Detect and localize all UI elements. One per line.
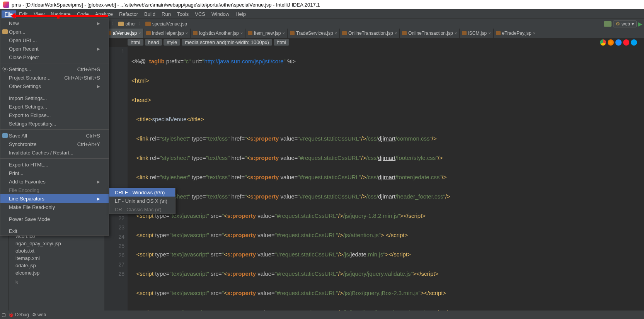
gear-icon [2, 67, 8, 71]
menu-window[interactable]: Window [208, 10, 232, 18]
submenu-item-crlf[interactable]: CRLF - Windows (\r\n) [109, 188, 175, 197]
crumb-other[interactable]: other [125, 21, 136, 27]
menu-item-other-settings[interactable]: Other Settings▶ [0, 82, 109, 90]
jsp-icon [193, 31, 198, 35]
menu-help[interactable]: Help [232, 10, 249, 18]
save-icon [2, 133, 8, 138]
jsp-icon [462, 31, 467, 35]
menu-item-export-settings[interactable]: Export Settings... [0, 102, 109, 111]
browser-preview-icons[interactable] [600, 39, 637, 46]
opera-icon[interactable] [623, 39, 629, 46]
menu-vcs[interactable]: VCS [192, 10, 208, 18]
tab-iscm[interactable]: iSCM.jsp× [460, 29, 493, 38]
crumb-file[interactable]: specialVenue.jsp [152, 21, 187, 27]
toolbar-icon[interactable] [604, 21, 612, 27]
menu-item-export-eclipse[interactable]: Export to Eclipse... [0, 111, 109, 119]
menu-item-open-url[interactable]: Open URL... [0, 36, 109, 44]
menu-build[interactable]: Build [141, 10, 158, 18]
crumb-html2[interactable]: html [274, 39, 290, 46]
crumb-style[interactable]: style [164, 39, 180, 46]
menu-separator [0, 63, 109, 63]
status-bar[interactable]: ▢ 🐞 Debug ⚙ web [0, 311, 644, 319]
menu-item-export-html[interactable]: Export to HTML... [0, 160, 109, 169]
close-icon[interactable]: × [395, 31, 397, 36]
menu-separator [0, 129, 109, 130]
menu-item-settings[interactable]: Settings...Ctrl+Alt+S [0, 65, 109, 73]
chrome-icon[interactable] [600, 39, 606, 46]
close-icon[interactable]: × [335, 31, 337, 36]
menu-item-make-readonly[interactable]: Make File Read-only [0, 203, 109, 211]
annotation-arrow-horizontal [12, 15, 108, 17]
editor-breadcrumbs[interactable]: html head style media screen and(min-wid… [104, 38, 644, 47]
shortcut-label: Ctrl+Alt+S [77, 66, 100, 72]
crumb-head[interactable]: head [145, 39, 162, 46]
menu-item-new[interactable]: New▶ [0, 19, 109, 27]
tab-specialvenue[interactable]: alVenue.jsp× [104, 29, 144, 38]
firefox-icon[interactable] [608, 39, 614, 46]
file-item[interactable]: itemap.xml [9, 255, 104, 262]
code-content[interactable]: <%@ taglib prefix="c" uri="http://java.s… [128, 47, 644, 311]
tab-onlinetransaction2[interactable]: OnlineTransaction.jsp× [400, 29, 460, 38]
safari-icon[interactable] [615, 39, 622, 46]
debug-toolwindow-button[interactable]: 🐞 Debug [8, 312, 29, 317]
tab-indexhelper[interactable]: indexHelper.jsp× [144, 29, 191, 38]
close-icon[interactable]: × [488, 31, 491, 36]
crumb-media[interactable]: media screen and(min-width: 1000px) [182, 39, 272, 46]
tomcat-icon: ⚙ [616, 21, 620, 27]
file-item[interactable]: ngan_epay_xieyi.jsp [9, 240, 104, 247]
menu-item-import-settings[interactable]: Import Settings... [0, 94, 109, 102]
menu-separator [0, 225, 109, 225]
file-item[interactable]: obots.txt [9, 247, 104, 255]
menu-item-file-encoding: File Encoding [0, 186, 109, 194]
crumb-html[interactable]: html [128, 39, 143, 46]
menu-item-project-structure[interactable]: Project Structure...Ctrl+Alt+Shift+S [0, 73, 109, 82]
menu-item-invalidate-caches[interactable]: Invalidate Caches / Restart... [0, 148, 109, 157]
menu-refactor[interactable]: Refactor [116, 10, 141, 18]
menu-item-power-save[interactable]: Power Save Mode [0, 215, 109, 223]
editor-tabs[interactable]: alVenue.jsp× indexHelper.jsp× logisticsA… [104, 29, 644, 38]
close-icon[interactable]: × [138, 31, 141, 36]
tab-itemnew[interactable]: item_new.jsp× [245, 29, 288, 38]
menu-item-open-recent[interactable]: Open Recent▶ [0, 44, 109, 53]
web-toolwindow-button[interactable]: ⚙ web [32, 312, 46, 317]
menu-item-synchronize[interactable]: SynchronizeCtrl+Alt+Y [0, 140, 109, 148]
line-separators-submenu[interactable]: CRLF - Windows (\r\n) LF - Unix and OS X… [109, 188, 175, 214]
menu-item-open[interactable]: Open... [0, 27, 109, 36]
jsp-icon [290, 31, 295, 35]
file-item[interactable]: odate.jsp [9, 262, 104, 269]
tab-logistics[interactable]: logisticsAnother.jsp× [191, 29, 245, 38]
submenu-arrow-icon: ▶ [97, 84, 100, 88]
close-icon[interactable]: × [186, 31, 188, 36]
close-icon[interactable]: × [533, 31, 535, 36]
close-icon[interactable]: × [240, 31, 243, 36]
window-title: pms - [D:\IdearWorkSpace\pms] - [globex-… [12, 2, 320, 8]
app-icon [3, 2, 9, 8]
menu-run[interactable]: Run [158, 10, 174, 18]
tab-etradepay[interactable]: eTradePay.jsp× [494, 29, 538, 38]
menu-item-settings-repo[interactable]: Settings Repository... [0, 119, 109, 128]
run-config-selector[interactable]: ⚙ web ▾ [613, 20, 637, 27]
menu-item-save-all[interactable]: Save AllCtrl+S [0, 131, 109, 140]
run-button[interactable]: ▶ [638, 21, 642, 27]
close-icon[interactable]: × [455, 31, 457, 36]
menu-bar[interactable]: File Edit View Navigate Code Analyze Ref… [0, 9, 644, 19]
ie-icon[interactable] [631, 39, 637, 46]
submenu-item-lf[interactable]: LF - Unix and OS X (\n) [109, 197, 175, 205]
tab-onlinetransaction1[interactable]: OnlineTransaction.jsp× [340, 29, 400, 38]
menu-item-exit[interactable]: Exit [0, 227, 109, 235]
file-item[interactable]: elcome.jsp [9, 269, 104, 277]
submenu-arrow-icon: ▶ [97, 180, 100, 184]
submenu-arrow-icon: ▶ [97, 47, 100, 51]
tab-tradeservices[interactable]: TradeServices.jsp× [288, 29, 340, 38]
menu-item-add-favorites[interactable]: Add to Favorites▶ [0, 177, 109, 186]
code-editor[interactable]: 1 2122232425262728 <%@ taglib prefix="c"… [104, 47, 644, 311]
menu-tools[interactable]: Tools [174, 10, 192, 18]
close-icon[interactable]: × [283, 31, 285, 36]
run-config-label: web [622, 21, 630, 27]
show-toolwindows-icon[interactable]: ▢ [2, 312, 6, 317]
menu-item-close-project[interactable]: Close Project [0, 53, 109, 61]
menu-item-print[interactable]: Print... [0, 169, 109, 177]
menu-item-line-separators[interactable]: Line Separators▶ [0, 194, 109, 203]
file-menu-popup[interactable]: New▶ Open... Open URL... Open Recent▶ Cl… [0, 19, 109, 236]
file-item[interactable]: k [9, 278, 104, 285]
